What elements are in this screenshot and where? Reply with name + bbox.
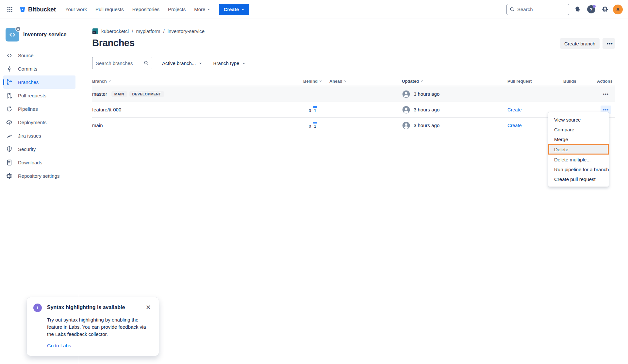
create-pull-request-link[interactable]: Create xyxy=(507,107,522,112)
menu-item-compare[interactable]: Compare xyxy=(548,124,609,134)
global-search xyxy=(506,4,569,15)
menu-item-view-source[interactable]: View source xyxy=(548,115,609,124)
chevron-down-icon xyxy=(242,62,245,65)
user-avatar[interactable]: A xyxy=(613,5,623,14)
breadcrumb-workspace[interactable]: kuberocketci xyxy=(101,28,129,34)
nav-item-pull-requests[interactable]: Pull requests xyxy=(92,4,127,15)
ahead-count: 1 xyxy=(313,122,317,129)
row-actions-ellipsis-icon[interactable]: ••• xyxy=(601,90,611,98)
badge-development: DEVELOPMENT xyxy=(129,91,164,97)
updated-time: 3 hours ago xyxy=(414,107,439,112)
search-branches xyxy=(92,57,152,69)
notification-title: Syntax highlighting is available xyxy=(47,304,140,310)
breadcrumb: kuberocketci / myplatform / inventory-se… xyxy=(92,28,615,34)
downloads-icon xyxy=(6,159,13,166)
nav-item-your-work[interactable]: Your work xyxy=(62,4,91,15)
user-avatar-icon xyxy=(402,121,410,130)
sidebar-item-source[interactable]: Source xyxy=(3,49,75,62)
commits-icon xyxy=(6,65,13,72)
sidebar-item-pipelines[interactable]: Pipelines xyxy=(3,102,75,116)
jira-icon xyxy=(6,132,13,139)
main-content: kuberocketci / myplatform / inventory-se… xyxy=(79,19,628,133)
menu-item-run-pipeline-for-a-branch[interactable]: Run pipeline for a branch xyxy=(548,164,609,174)
badge-main: MAIN xyxy=(111,91,127,97)
column-header-ahead[interactable]: Ahead xyxy=(329,79,402,84)
security-icon xyxy=(6,146,13,153)
breadcrumb-repo[interactable]: inventory-service xyxy=(168,28,205,34)
menu-item-delete-multiple[interactable]: Delete multiple... xyxy=(548,155,609,164)
settings-icon xyxy=(6,173,13,179)
notification-flag: i Syntax highlighting is available ✕ Try… xyxy=(27,297,159,356)
table-header: BranchBehindAheadUpdatedPull requestBuil… xyxy=(92,76,615,86)
create-pull-request-link[interactable]: Create xyxy=(507,123,522,128)
search-icon xyxy=(143,60,149,66)
help-icon[interactable]: ? xyxy=(586,4,597,15)
create-branch-button[interactable]: Create branch xyxy=(560,38,600,49)
sidebar-item-security[interactable]: Security xyxy=(3,142,75,156)
sidebar-item-pull-requests[interactable]: Pull requests xyxy=(3,89,75,102)
branch-name-link[interactable]: master xyxy=(92,91,107,97)
top-navigation: Bitbucket Your workPull requestsReposito… xyxy=(0,0,628,19)
table-row: master MAINDEVELOPMENT 3 hours ago ••• xyxy=(92,86,615,102)
settings-gear-icon[interactable] xyxy=(599,4,610,15)
repo-avatar[interactable] xyxy=(6,28,19,41)
notifications-bell-icon[interactable] xyxy=(572,4,583,15)
column-header-behind[interactable]: Behind xyxy=(303,79,329,84)
nav-item-more[interactable]: More xyxy=(190,4,214,15)
page-more-button[interactable]: ••• xyxy=(603,38,615,49)
breadcrumb-project[interactable]: myplatform xyxy=(136,28,160,34)
behind-count: 0 xyxy=(308,122,312,129)
column-header-builds: Builds xyxy=(563,79,597,84)
app-switcher-icon[interactable] xyxy=(5,4,15,15)
branch-filters: Active branch... Branch type xyxy=(92,57,615,69)
user-avatar-icon xyxy=(402,90,410,98)
private-lock-icon xyxy=(15,26,21,32)
updated-time: 3 hours ago xyxy=(414,123,439,128)
source-icon xyxy=(6,52,13,59)
repo-header: inventory-service xyxy=(0,28,79,41)
sidebar-item-commits[interactable]: Commits xyxy=(3,62,75,75)
table-row: main 01 3 hours ago Create ••• xyxy=(92,118,615,133)
sidebar-item-deployments[interactable]: Deployments xyxy=(3,116,75,129)
behind-count: 0 xyxy=(308,106,312,113)
title-actions: Create branch ••• xyxy=(560,38,615,49)
chevron-down-icon xyxy=(199,62,202,65)
updated-time: 3 hours ago xyxy=(414,91,439,97)
sidebar-item-repository-settings[interactable]: Repository settings xyxy=(3,169,75,183)
menu-item-create-pull-request[interactable]: Create pull request xyxy=(548,174,609,184)
column-header-branch[interactable]: Branch xyxy=(92,79,303,84)
nav-item-repositories[interactable]: Repositories xyxy=(129,4,163,15)
table-body: master MAINDEVELOPMENT 3 hours ago ••• f… xyxy=(92,86,615,133)
active-branches-filter[interactable]: Active branch... xyxy=(161,58,203,68)
sidebar-item-jira-issues[interactable]: Jira issues xyxy=(3,129,75,142)
sidebar-nav: Source Commits Branches Pull requests Pi… xyxy=(0,49,79,183)
deployments-icon xyxy=(6,119,13,126)
bitbucket-logo[interactable]: Bitbucket xyxy=(18,6,59,13)
column-header-actions: Actions xyxy=(597,79,615,84)
branches-table: BranchBehindAheadUpdatedPull requestBuil… xyxy=(92,76,615,133)
sidebar-item-branches[interactable]: Branches xyxy=(3,75,75,89)
menu-item-merge[interactable]: Merge xyxy=(548,134,609,144)
column-header-updated[interactable]: Updated xyxy=(402,79,507,84)
pipelines-icon xyxy=(6,106,13,112)
breadcrumb-separator: / xyxy=(163,28,165,34)
go-to-labs-link[interactable]: Go to Labs xyxy=(47,343,71,348)
pull-requests-icon xyxy=(6,92,13,99)
breadcrumb-separator: / xyxy=(132,28,133,34)
sort-chevron-icon xyxy=(344,80,347,82)
create-button[interactable]: Create xyxy=(219,4,249,15)
branch-type-filter[interactable]: Branch type xyxy=(212,58,247,68)
branch-badges: MAINDEVELOPMENT xyxy=(111,91,164,97)
nav-item-projects[interactable]: Projects xyxy=(164,4,189,15)
help-badge-dot xyxy=(593,5,596,8)
global-search-input[interactable] xyxy=(506,4,569,15)
menu-item-delete[interactable]: Delete xyxy=(548,144,609,155)
project-avatar-icon xyxy=(92,28,98,34)
branch-name-link[interactable]: feature/tt-000 xyxy=(92,107,121,112)
close-icon[interactable]: ✕ xyxy=(145,304,152,311)
chevron-down-icon xyxy=(207,8,210,11)
sidebar-item-downloads[interactable]: Downloads xyxy=(3,156,75,169)
branch-name-link[interactable]: main xyxy=(92,123,103,128)
behind-ahead-widget: 01 xyxy=(308,106,334,113)
info-icon: i xyxy=(33,304,42,312)
